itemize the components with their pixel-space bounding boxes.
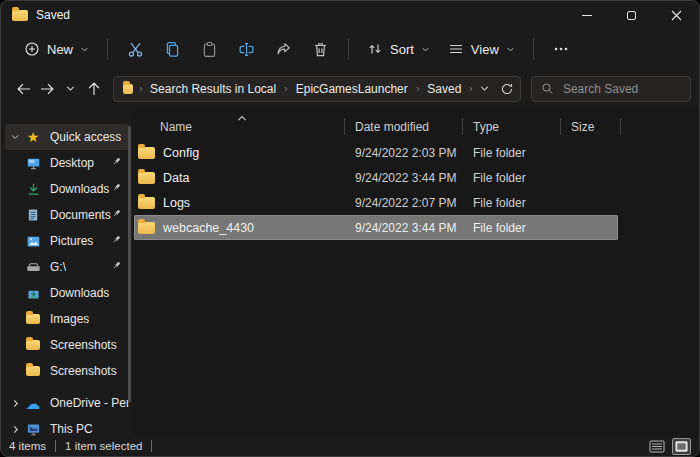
view-button[interactable]: View	[439, 34, 524, 64]
sidebar-item-screenshots-2[interactable]: Screenshots	[5, 358, 130, 384]
sidebar-item-pictures[interactable]: Pictures	[5, 228, 130, 254]
sidebar-item-images[interactable]: Images	[5, 306, 130, 332]
maximize-button[interactable]	[609, 1, 654, 29]
chevron-right-icon	[11, 399, 20, 408]
status-bar: 4 items 1 item selected	[1, 436, 699, 456]
folder-icon	[26, 366, 40, 376]
sidebar-item-g-drive[interactable]: G:\	[5, 254, 130, 280]
column-divider[interactable]	[462, 118, 463, 135]
content-area: ★ Quick access Desktop Downloads Documen…	[1, 108, 699, 438]
sidebar-item-label: G:\	[50, 260, 66, 274]
column-divider[interactable]	[560, 118, 561, 135]
share-icon	[275, 41, 292, 58]
thumbnail-view-button[interactable]	[672, 438, 691, 455]
file-list-pane: Name Date modified Type Size Config 9/24…	[134, 108, 699, 438]
breadcrumb[interactable]: Search Results in Local EpicGamesLaunche…	[113, 76, 521, 102]
column-header-type[interactable]: Type	[467, 120, 565, 134]
minimize-button[interactable]	[564, 1, 609, 29]
file-row-logs[interactable]: Logs 9/24/2022 2:07 PM File folder	[134, 190, 618, 215]
sidebar-item-quick-access[interactable]: ★ Quick access	[5, 124, 130, 150]
new-label: New	[47, 42, 73, 57]
breadcrumb-item[interactable]: EpicGamesLauncher	[294, 82, 410, 96]
arrow-right-icon	[39, 81, 55, 97]
cut-icon	[127, 41, 144, 58]
sort-button[interactable]: Sort	[358, 34, 439, 64]
pin-icon	[111, 260, 122, 271]
pin-icon	[111, 208, 122, 219]
picture-icon	[26, 234, 41, 249]
file-row-config[interactable]: Config 9/24/2022 2:03 PM File folder	[134, 140, 618, 165]
breadcrumb-item[interactable]: Search Results in Local	[148, 82, 278, 96]
search-icon	[541, 82, 554, 95]
chevron-right-icon	[468, 85, 474, 93]
address-dropdown-icon[interactable]	[479, 83, 490, 94]
sidebar-item-label: Documents	[50, 208, 111, 222]
sidebar-item-onedrive[interactable]: ☁ OneDrive - Perso	[5, 390, 130, 416]
column-header-size[interactable]: Size	[565, 120, 625, 134]
recent-locations-button[interactable]	[59, 77, 81, 101]
sidebar-item-label: Screenshots	[50, 338, 117, 352]
rename-button[interactable]	[228, 33, 265, 65]
pin-icon	[111, 182, 122, 193]
column-divider[interactable]	[620, 118, 621, 135]
command-bar: New Sort View	[1, 29, 699, 69]
sidebar-item-desktop[interactable]: Desktop	[5, 150, 130, 176]
status-separator	[55, 440, 56, 452]
maximize-icon	[627, 11, 636, 20]
folder-icon	[12, 10, 28, 21]
paste-button[interactable]	[191, 33, 228, 65]
sidebar-item-label: Quick access	[50, 130, 121, 144]
column-header-name[interactable]: Name	[134, 120, 349, 134]
breadcrumb-item[interactable]: Saved	[425, 82, 463, 96]
file-name: Logs	[163, 196, 190, 210]
sidebar-item-downloads[interactable]: Downloads	[5, 176, 130, 202]
chevron-down-icon	[80, 45, 89, 54]
view-toggles	[648, 438, 691, 455]
file-date: 9/24/2022 2:07 PM	[349, 196, 467, 210]
sidebar-item-label: OneDrive - Perso	[50, 396, 130, 410]
sidebar-scrollbar[interactable]	[128, 126, 131, 402]
downloads-folder-icon	[26, 286, 41, 301]
sidebar-item-label: Desktop	[50, 156, 94, 170]
column-divider[interactable]	[344, 118, 345, 135]
sidebar-item-screenshots[interactable]: Screenshots	[5, 332, 130, 358]
back-button[interactable]	[13, 77, 35, 101]
sidebar-item-documents[interactable]: Documents	[5, 202, 130, 228]
share-button[interactable]	[265, 33, 302, 65]
details-view-button[interactable]	[648, 439, 666, 454]
copy-button[interactable]	[154, 33, 191, 65]
download-icon	[26, 182, 41, 197]
cut-button[interactable]	[117, 33, 154, 65]
file-date: 9/24/2022 3:44 PM	[349, 171, 467, 185]
window-title: Saved	[36, 8, 70, 22]
pc-icon	[26, 422, 41, 437]
star-icon: ★	[27, 130, 40, 144]
file-row-webcache-selected[interactable]: webcache_4430 9/24/2022 3:44 PM File fol…	[134, 215, 618, 240]
sidebar-item-label: Downloads	[50, 182, 109, 196]
address-bar-row: Search Results in Local EpicGamesLaunche…	[1, 69, 699, 108]
file-row-data[interactable]: Data 9/24/2022 3:44 PM File folder	[134, 165, 618, 190]
refresh-icon[interactable]	[500, 82, 514, 96]
sidebar-item-downloads-folder[interactable]: Downloads	[5, 280, 130, 306]
sidebar-item-label: Images	[50, 312, 89, 326]
minimize-icon	[582, 15, 592, 16]
more-icon	[553, 41, 569, 57]
item-count: 4 items	[9, 440, 46, 452]
view-icon	[448, 41, 464, 57]
pin-icon	[111, 234, 122, 245]
search-input[interactable]: Search Saved	[531, 76, 691, 102]
delete-button[interactable]	[302, 33, 339, 65]
sidebar-item-label: Pictures	[50, 234, 93, 248]
titlebar: Saved	[1, 1, 699, 29]
up-button[interactable]	[83, 77, 105, 101]
drive-icon	[26, 260, 41, 275]
sidebar-item-label: Screenshots	[50, 364, 117, 378]
forward-button[interactable]	[36, 77, 58, 101]
column-headers: Name Date modified Type Size	[134, 114, 699, 140]
close-button[interactable]	[654, 1, 699, 29]
column-header-date[interactable]: Date modified	[349, 120, 467, 134]
chevron-down-icon	[421, 45, 430, 54]
more-button[interactable]	[543, 33, 580, 65]
view-label: View	[471, 42, 499, 57]
new-button[interactable]: New	[15, 34, 98, 64]
